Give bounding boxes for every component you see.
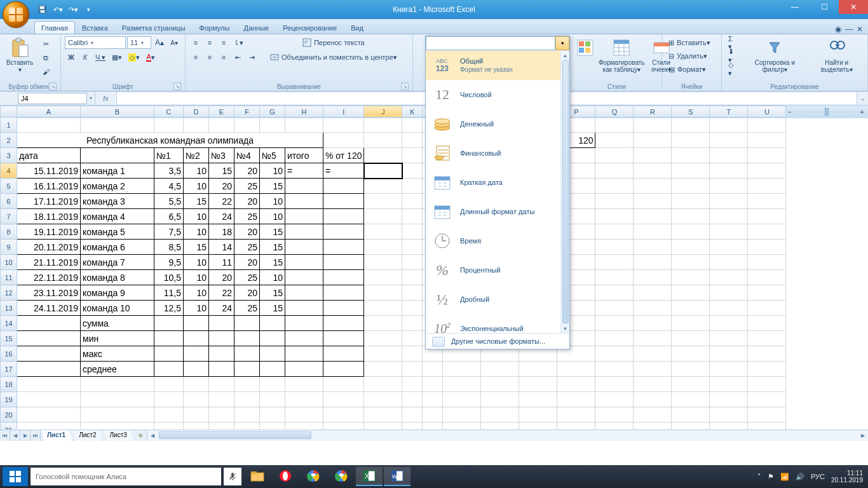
insert-sheet-icon[interactable]: ✳ bbox=[134, 430, 147, 441]
cell-E21[interactable] bbox=[209, 423, 234, 430]
conditional-formatting-button[interactable] bbox=[576, 36, 595, 59]
number-format-input[interactable] bbox=[426, 36, 555, 50]
cell-S19[interactable] bbox=[672, 392, 710, 407]
cell-E9[interactable]: 14 bbox=[209, 240, 234, 255]
cell-F10[interactable]: 20 bbox=[234, 255, 260, 270]
number-format-item-8[interactable]: ½Дробный bbox=[426, 285, 560, 314]
name-box-dropdown[interactable]: ▾ bbox=[87, 95, 95, 101]
fx-icon[interactable]: fx bbox=[95, 92, 117, 105]
number-format-item-1[interactable]: 12Числовой bbox=[426, 80, 560, 109]
cell-R14[interactable] bbox=[634, 316, 672, 331]
cell-T4[interactable] bbox=[710, 163, 748, 179]
col-header-S[interactable]: S bbox=[672, 106, 710, 118]
cell-J3[interactable] bbox=[364, 148, 402, 163]
find-select-button[interactable]: Найти и выделить▾ bbox=[810, 36, 864, 74]
ribbon-tab-5[interactable]: Рецензирование bbox=[276, 21, 344, 34]
cell-I18[interactable] bbox=[323, 377, 364, 392]
qat-undo-icon[interactable]: ↶▾ bbox=[51, 3, 65, 17]
col-header-R[interactable]: R bbox=[634, 106, 672, 118]
cell-Q11[interactable] bbox=[595, 270, 634, 285]
cell-Q3[interactable] bbox=[595, 148, 634, 163]
cell-J17[interactable] bbox=[364, 362, 402, 377]
cell-H8[interactable] bbox=[285, 224, 323, 240]
cell-C21[interactable] bbox=[154, 423, 184, 430]
cell-J15[interactable] bbox=[364, 331, 402, 346]
cell-H9[interactable] bbox=[285, 240, 323, 255]
cell-L21[interactable] bbox=[423, 423, 443, 430]
nf-scroll-thumb[interactable] bbox=[562, 60, 569, 323]
cell-F15[interactable] bbox=[234, 331, 260, 346]
grow-font-button[interactable]: A▴ bbox=[153, 36, 166, 49]
qat-save-icon[interactable] bbox=[36, 3, 50, 17]
align-center-button[interactable]: ≡ bbox=[203, 51, 216, 64]
cell-Q4[interactable] bbox=[595, 163, 634, 179]
cell-U21[interactable] bbox=[748, 423, 786, 430]
row-header-18[interactable]: 18 bbox=[1, 377, 17, 392]
number-format-scrollbar[interactable]: ▲ ▼ bbox=[560, 51, 569, 333]
cell-O19[interactable] bbox=[519, 392, 557, 407]
window-maximize[interactable]: ☐ bbox=[810, 0, 839, 14]
cell-J7[interactable] bbox=[364, 209, 402, 224]
cell-A12[interactable]: 23.11.2019 bbox=[17, 285, 81, 301]
taskbar-app-chrome-1[interactable] bbox=[300, 467, 327, 486]
cell-N21[interactable] bbox=[481, 423, 519, 430]
cell-E3[interactable]: №3 bbox=[209, 148, 234, 163]
cell-U6[interactable] bbox=[748, 194, 786, 209]
cell-E8[interactable]: 18 bbox=[209, 224, 234, 240]
col-header-Q[interactable]: Q bbox=[595, 106, 634, 118]
cell-E7[interactable]: 24 bbox=[209, 209, 234, 224]
cell-D7[interactable]: 10 bbox=[184, 209, 209, 224]
cell-B6[interactable]: команда 3 bbox=[81, 194, 154, 209]
cell-H6[interactable] bbox=[285, 194, 323, 209]
cell-F20[interactable] bbox=[234, 407, 260, 423]
cell-I8[interactable] bbox=[323, 224, 364, 240]
decrease-indent-button[interactable]: ⇤ bbox=[231, 51, 244, 64]
cell-D5[interactable]: 10 bbox=[184, 179, 209, 194]
row-header-10[interactable]: 10 bbox=[1, 255, 17, 270]
cell-I9[interactable] bbox=[323, 240, 364, 255]
cell-I17[interactable] bbox=[323, 362, 364, 377]
cell-D18[interactable] bbox=[184, 377, 209, 392]
cell-K14[interactable] bbox=[402, 316, 423, 331]
cell-S12[interactable] bbox=[672, 285, 710, 301]
cell-F6[interactable]: 20 bbox=[234, 194, 260, 209]
cell-A16[interactable] bbox=[17, 346, 81, 362]
cell-S10[interactable] bbox=[672, 255, 710, 270]
cell-A13[interactable]: 24.11.2019 bbox=[17, 301, 81, 316]
cell-G18[interactable] bbox=[260, 377, 285, 392]
cell-K12[interactable] bbox=[402, 285, 423, 301]
cell-E13[interactable]: 24 bbox=[209, 301, 234, 316]
cell-E15[interactable] bbox=[209, 331, 234, 346]
cell-A14[interactable] bbox=[17, 316, 81, 331]
taskbar-app-opera[interactable] bbox=[272, 467, 299, 486]
cell-A1[interactable] bbox=[17, 118, 81, 133]
cell-S6[interactable] bbox=[672, 194, 710, 209]
cell-T12[interactable] bbox=[710, 285, 748, 301]
cell-G13[interactable]: 15 bbox=[260, 301, 285, 316]
cell-Q7[interactable] bbox=[595, 209, 634, 224]
cell-S8[interactable] bbox=[672, 224, 710, 240]
cell-I7[interactable] bbox=[323, 209, 364, 224]
format-as-table-button[interactable]: Форматировать как таблицу▾ bbox=[596, 36, 648, 74]
cell-A21[interactable] bbox=[17, 423, 81, 430]
align-middle-button[interactable]: ≡ bbox=[203, 36, 216, 49]
cell-C1[interactable] bbox=[154, 118, 184, 133]
col-header-T[interactable]: T bbox=[710, 106, 748, 118]
cell-S21[interactable] bbox=[672, 423, 710, 430]
cell-F9[interactable]: 25 bbox=[234, 240, 260, 255]
tray-flag-icon[interactable]: ⚑ bbox=[768, 473, 774, 481]
window-minimize[interactable]: — bbox=[780, 0, 810, 14]
row-header-2[interactable]: 2 bbox=[1, 133, 17, 148]
row-header-20[interactable]: 20 bbox=[1, 407, 17, 423]
cell-A11[interactable]: 22.11.2019 bbox=[17, 270, 81, 285]
cell-G5[interactable]: 15 bbox=[260, 179, 285, 194]
cell-Q18[interactable] bbox=[595, 377, 634, 392]
cell-I12[interactable] bbox=[323, 285, 364, 301]
cell-P20[interactable] bbox=[557, 407, 595, 423]
cell-U20[interactable] bbox=[748, 407, 786, 423]
cell-H15[interactable] bbox=[285, 331, 323, 346]
cell-D17[interactable] bbox=[184, 362, 209, 377]
cell-R16[interactable] bbox=[634, 346, 672, 362]
cell-Q17[interactable] bbox=[595, 362, 634, 377]
insert-cells-button[interactable]: ⊞ Вставить ▾ bbox=[666, 36, 713, 49]
